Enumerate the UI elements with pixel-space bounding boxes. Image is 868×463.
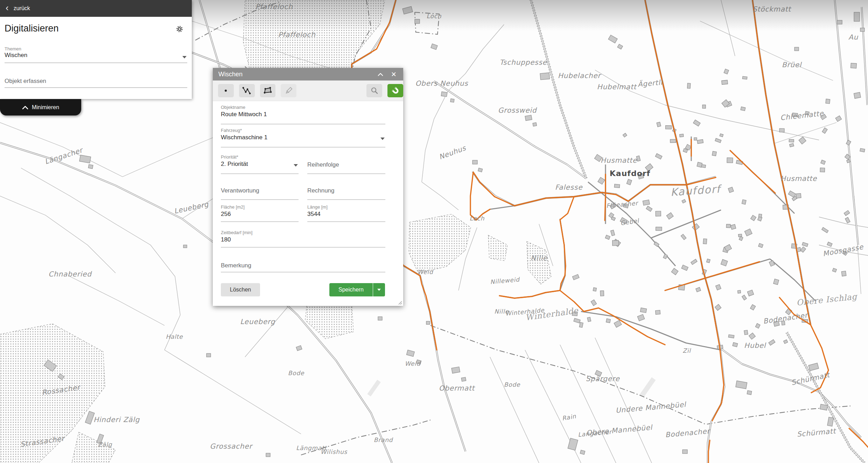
- objektname-label: Objektname: [221, 105, 385, 110]
- verantwortung-placeholder: Verantwortung: [221, 187, 259, 194]
- back-label: zurück: [14, 5, 30, 12]
- flaeche-value: 256: [221, 211, 231, 217]
- map-label: Halte: [166, 333, 183, 340]
- map-label: Grossacher: [210, 442, 253, 450]
- reihenfolge-field[interactable]: Reihenfolge: [307, 161, 385, 168]
- map-label: Husmatte: [780, 174, 817, 183]
- map-label: Leueberg: [240, 317, 275, 326]
- map-label: Bode: [504, 381, 520, 388]
- map-label: Wilishus: [321, 448, 348, 455]
- map-label: Weid: [418, 268, 434, 275]
- minimize-label: Minimieren: [32, 104, 59, 111]
- edit-pencil-button[interactable]: [281, 84, 296, 97]
- chevron-up-icon: [22, 105, 28, 110]
- bemerkung-field[interactable]: Bemerkung: [221, 262, 385, 269]
- map-label: Pfaffeloch: [255, 2, 293, 11]
- map-label: Brüel: [782, 61, 802, 69]
- snap-button[interactable]: [387, 84, 403, 97]
- dialog-titlebar[interactable]: Wischen ✕: [213, 68, 403, 80]
- back-chevron-icon: ‹: [6, 2, 9, 13]
- map-label: Tschuppesse: [499, 58, 547, 66]
- objekt-underline: [5, 87, 187, 88]
- search-icon: [371, 87, 378, 94]
- map-label: Hubel: [744, 341, 766, 350]
- map-label: Chnaberied: [48, 270, 92, 278]
- digitize-panel: ‹ zurück Digitalisieren Themen Wischen O…: [0, 0, 192, 99]
- map-label: Hubelacher: [558, 71, 602, 80]
- dialog-title: Wischen: [218, 71, 374, 78]
- themen-label: Themen: [5, 46, 21, 51]
- objektname-value: Route Mittwoch 1: [221, 111, 267, 118]
- themen-value: Wischen: [5, 52, 27, 58]
- laenge-field[interactable]: Länge [m] 3544: [307, 204, 385, 218]
- map-label: Obermatt: [439, 384, 476, 392]
- zeitbedarf-label: Zeitbedarf [min]: [221, 230, 385, 235]
- chevron-down-icon: [377, 289, 381, 291]
- reihenfolge-placeholder: Reihenfolge: [307, 161, 339, 168]
- prioritaet-value: 2. Priorität: [221, 161, 248, 167]
- line-icon: [242, 86, 251, 95]
- point-tool-button[interactable]: [218, 84, 234, 97]
- save-dropdown-button[interactable]: [373, 283, 385, 296]
- map-label: Stöckmatt: [752, 5, 792, 13]
- polygon-tool-button[interactable]: [260, 84, 276, 97]
- close-icon[interactable]: ✕: [387, 70, 400, 78]
- fahrzeug-select[interactable]: Fahrzeug* Wischmaschine 1: [221, 128, 385, 141]
- rechnung-placeholder: Rechnung: [307, 187, 335, 194]
- search-button[interactable]: [366, 84, 382, 97]
- objekt-erfassen-field[interactable]: Objekt erfassen: [5, 78, 46, 85]
- chevron-down-icon: [294, 164, 298, 167]
- minimize-button[interactable]: Minimieren: [0, 99, 81, 115]
- map-label: Loch: [470, 215, 485, 222]
- map-label: Obers Neuhus: [415, 79, 468, 87]
- map-label: Spärgere: [586, 374, 620, 383]
- dialog-toolbar: [213, 80, 403, 101]
- themen-select[interactable]: Themen Wischen: [5, 45, 27, 59]
- rechnung-field[interactable]: Rechnung: [307, 187, 385, 194]
- map-label: Bode: [288, 370, 304, 377]
- delete-button[interactable]: Löschen: [221, 283, 260, 296]
- zeitbedarf-value: 180: [221, 236, 231, 243]
- map-label: Loch: [427, 13, 442, 20]
- themen-underline: [5, 63, 187, 63]
- bemerkung-placeholder: Bemerkung: [221, 262, 251, 269]
- gear-icon[interactable]: [176, 25, 183, 34]
- map-label: Hubelmatt: [597, 83, 637, 91]
- prioritaet-select[interactable]: Priorität* 2. Priorität: [221, 154, 299, 168]
- resize-handle[interactable]: [397, 300, 402, 305]
- laenge-label: Länge [m]: [307, 204, 385, 210]
- panel-back-bar[interactable]: ‹ zurück: [0, 0, 192, 17]
- map-label: Kaufdorf: [610, 169, 650, 178]
- chevron-down-icon: [182, 56, 187, 58]
- map-label: Zälg: [98, 441, 112, 448]
- map-label: Husmatte: [601, 156, 637, 164]
- map-label: Falesse: [555, 183, 583, 191]
- map-label: Weid: [405, 360, 421, 367]
- zeitbedarf-field[interactable]: Zeitbedarf [min] 180: [221, 230, 385, 243]
- map-label: Grossweid: [498, 106, 537, 114]
- map-label: Pfaffeloch: [278, 30, 316, 39]
- verantwortung-field[interactable]: Verantwortung: [221, 187, 299, 194]
- magnet-icon: [391, 86, 400, 95]
- save-button[interactable]: Speichern: [329, 283, 373, 296]
- collapse-icon[interactable]: [374, 70, 387, 78]
- prioritaet-label: Priorität*: [221, 154, 299, 160]
- flaeche-label: Fläche [m2]: [221, 204, 299, 210]
- laenge-value: 3544: [307, 211, 321, 217]
- panel-title: Digitalisieren: [5, 23, 59, 34]
- fahrzeug-label: Fahrzeug*: [221, 128, 385, 133]
- map-label: Au: [848, 33, 858, 41]
- wischen-dialog: Wischen ✕: [213, 68, 403, 306]
- pencil-icon: [285, 86, 293, 95]
- flaeche-field[interactable]: Fläche [m2] 256: [221, 204, 299, 218]
- map-label: Brand: [374, 436, 393, 443]
- polygon-icon: [263, 86, 272, 95]
- line-tool-button[interactable]: [239, 84, 255, 97]
- map-label: Nille: [531, 254, 548, 262]
- chevron-down-icon: [380, 138, 385, 140]
- map-label: Zil: [682, 347, 691, 354]
- fahrzeug-value: Wischmaschine 1: [221, 134, 267, 141]
- objekt-erfassen-placeholder: Objekt erfassen: [5, 78, 46, 84]
- map-label: Hinderi Zälg: [93, 415, 140, 424]
- objektname-field[interactable]: Objektname Route Mittwoch 1: [221, 105, 385, 118]
